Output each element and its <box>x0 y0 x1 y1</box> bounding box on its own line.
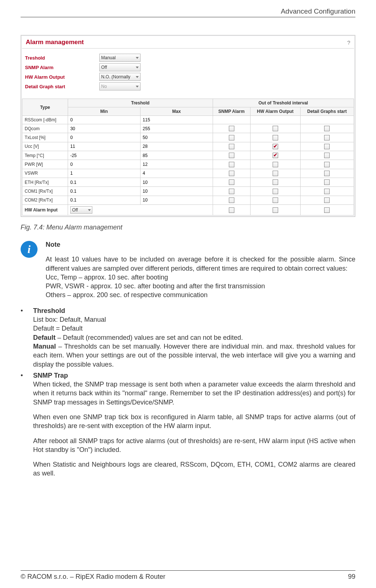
checkbox[interactable] <box>229 197 234 203</box>
max-input[interactable] <box>143 162 210 167</box>
snmp-p4: When Statistic and Neighbours logs are c… <box>33 460 355 478</box>
snmp-bullet-title: SNMP Trap <box>33 371 355 380</box>
checkbox[interactable] <box>273 171 278 176</box>
type-cell: TxLost [%] <box>22 133 68 142</box>
th-min: Min <box>68 107 140 116</box>
hw-output-label: HW Alarm Output <box>25 74 99 80</box>
max-input[interactable] <box>143 153 210 158</box>
bullet-dot: • <box>21 306 33 369</box>
max-input[interactable] <box>143 171 210 176</box>
th-snmp: SNMP Alarm <box>213 107 250 116</box>
panel-title: Alarm management <box>26 39 84 46</box>
max-input[interactable] <box>143 189 210 194</box>
type-cell: PWR [W] <box>22 160 68 169</box>
threshold-label: Treshold <box>25 55 99 61</box>
checkbox[interactable] <box>273 197 278 203</box>
checkbox[interactable] <box>273 135 278 140</box>
page-footer: © RACOM s.r.o. – RipEX Radio modem & Rou… <box>21 570 355 581</box>
header-title: Advanced Configuration <box>281 7 355 15</box>
note-title: Note <box>46 240 355 249</box>
checkbox[interactable] <box>324 179 330 185</box>
checkbox[interactable] <box>324 144 330 149</box>
snmp-alarm-label: SNMP Alarm <box>25 65 99 70</box>
max-input[interactable] <box>143 135 210 140</box>
min-input[interactable] <box>70 197 138 203</box>
min-input[interactable] <box>70 135 138 140</box>
hw-output-select[interactable]: N.O. (Normally <box>99 73 141 81</box>
checkbox[interactable] <box>229 126 234 131</box>
checkbox[interactable] <box>324 207 330 213</box>
checkbox[interactable] <box>229 207 234 213</box>
snmp-p1: When ticked, the SNMP trap message is se… <box>33 380 355 407</box>
detail-graph-select[interactable]: No <box>99 82 141 90</box>
hw-input-select[interactable]: Off <box>70 206 92 214</box>
th-hw: HW Alarm Output <box>250 107 300 116</box>
hw-input-label: HW Alarm Input <box>22 204 68 215</box>
threshold-manual-line: Manual – Thresholds can be set manually.… <box>33 342 355 369</box>
checkbox[interactable] <box>273 189 278 194</box>
checkbox[interactable] <box>324 197 330 203</box>
checkbox[interactable] <box>273 144 278 149</box>
type-cell: Temp [°C] <box>22 151 68 160</box>
checkbox[interactable] <box>273 179 278 185</box>
alarm-panel: Alarm management ? Treshold Manual SNMP … <box>21 35 355 217</box>
page-header: Advanced Configuration <box>21 7 355 17</box>
type-cell: RSScom [-dBm] <box>22 116 68 124</box>
type-cell: COM2 [Rx/Tx] <box>22 196 68 204</box>
checkbox[interactable] <box>324 171 330 176</box>
note-text: At least 10 values have to be included o… <box>46 255 355 273</box>
checkbox[interactable] <box>229 179 234 185</box>
footer-right: 99 <box>348 573 355 581</box>
table-row: DQcom <box>22 124 354 133</box>
min-input[interactable] <box>70 189 138 194</box>
checkbox[interactable] <box>324 135 330 140</box>
checkbox[interactable] <box>273 153 278 158</box>
checkbox[interactable] <box>324 126 330 131</box>
checkbox[interactable] <box>229 153 234 158</box>
snmp-alarm-select[interactable]: Off <box>99 63 141 71</box>
checkbox[interactable] <box>229 144 234 149</box>
min-input[interactable] <box>70 117 138 122</box>
bullet-dot: • <box>21 371 33 484</box>
th-threshold-group: Treshold <box>68 99 213 107</box>
table-row: COM1 [Rx/Tx] <box>22 187 354 196</box>
checkbox[interactable] <box>229 162 234 167</box>
type-cell: Ucc [V] <box>22 142 68 151</box>
checkbox[interactable] <box>229 189 234 194</box>
type-cell: VSWR <box>22 169 68 178</box>
table-row: Temp [°C] <box>22 151 354 160</box>
table-row: TxLost [%] <box>22 133 354 142</box>
help-icon[interactable]: ? <box>347 39 350 46</box>
checkbox[interactable] <box>273 207 278 213</box>
threshold-l1: List box: Default, Manual <box>33 315 355 324</box>
max-input[interactable] <box>143 197 210 203</box>
checkbox[interactable] <box>229 171 234 176</box>
threshold-select[interactable]: Manual <box>99 54 141 62</box>
table-row: COM2 [Rx/Tx] <box>22 196 354 204</box>
min-input[interactable] <box>70 144 138 149</box>
checkbox[interactable] <box>324 153 330 158</box>
min-input[interactable] <box>70 180 138 185</box>
checkbox[interactable] <box>324 189 330 194</box>
max-input[interactable] <box>143 144 210 149</box>
min-input[interactable] <box>70 162 138 167</box>
checkbox[interactable] <box>229 135 234 140</box>
table-row: RSScom [-dBm] <box>22 116 354 124</box>
min-input[interactable] <box>70 126 138 131</box>
table-row: VSWR <box>22 169 354 178</box>
checkbox[interactable] <box>273 162 278 167</box>
type-cell: COM1 [Rx/Tx] <box>22 187 68 196</box>
checkbox[interactable] <box>273 126 278 131</box>
note-block: i Note At least 10 values have to be inc… <box>21 240 355 300</box>
type-cell: DQcom <box>22 124 68 133</box>
min-input[interactable] <box>70 171 138 176</box>
max-input[interactable] <box>143 126 210 131</box>
checkbox[interactable] <box>324 162 330 167</box>
table-row: ETH [Rx/Tx] <box>22 178 354 186</box>
note-line-1: Ucc, Temp – approx. 10 sec. after bootin… <box>46 273 355 282</box>
th-type: Type <box>22 99 68 116</box>
min-input[interactable] <box>70 153 138 158</box>
max-input[interactable] <box>143 117 210 122</box>
max-input[interactable] <box>143 180 210 185</box>
footer-left: © RACOM s.r.o. – RipEX Radio modem & Rou… <box>21 573 165 581</box>
